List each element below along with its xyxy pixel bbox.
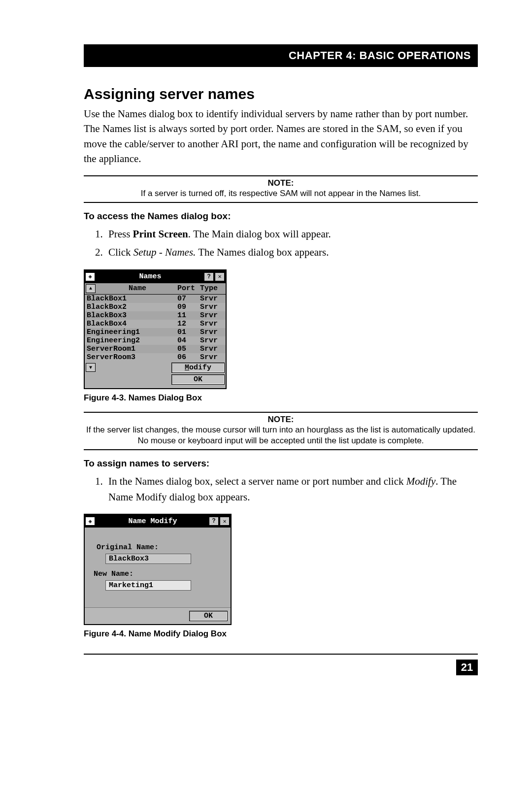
ok-button[interactable]: OK bbox=[171, 374, 225, 385]
cell-port: 01 bbox=[177, 328, 200, 336]
table-row[interactable]: Engineering1 01 Srvr bbox=[85, 328, 226, 336]
cell-name: BlackBox4 bbox=[86, 320, 177, 328]
table-row[interactable]: BlackBox1 07 Srvr bbox=[85, 295, 226, 303]
step-2: Click Setup - Names. The Names dialog bo… bbox=[105, 245, 478, 261]
chapter-header: CHAPTER 4: BASIC OPERATIONS bbox=[84, 44, 478, 67]
cell-name: Engineering1 bbox=[86, 328, 177, 336]
cell-type: Srvr bbox=[200, 345, 225, 353]
access-names-subhead: To access the Names dialog box: bbox=[84, 211, 478, 222]
close-icon[interactable]: ✕ bbox=[215, 272, 225, 281]
dialog-titlebar: ◈ Names ? ✕ bbox=[85, 270, 226, 283]
note-box-1: NOTE: If a server is turned off, its res… bbox=[84, 175, 478, 203]
col-port-header[interactable]: Port bbox=[177, 284, 200, 293]
assign-step-1: In the Names dialog box, select a server… bbox=[105, 474, 478, 505]
cell-name: Engineering2 bbox=[86, 336, 177, 345]
sort-down-icon[interactable]: ▼ bbox=[86, 363, 96, 372]
assign-steps: In the Names dialog box, select a server… bbox=[84, 474, 478, 505]
app-logo-icon: ◈ bbox=[86, 273, 95, 281]
step1-bold: Print Screen bbox=[133, 228, 188, 240]
cell-name: ServerRoom3 bbox=[86, 353, 177, 362]
table-row[interactable]: ServerRoom3 06 Srvr bbox=[85, 353, 226, 362]
help-icon[interactable]: ? bbox=[209, 517, 219, 526]
step2-prefix: Click bbox=[108, 246, 133, 258]
new-name-label: New Name: bbox=[94, 570, 222, 578]
table-row[interactable]: ServerRoom1 05 Srvr bbox=[85, 345, 226, 353]
assign-names-subhead: To assign names to servers: bbox=[84, 458, 478, 469]
dialog-body: Original Name: BlackBox3 New Name: Marke… bbox=[85, 528, 231, 607]
table-row[interactable]: BlackBox4 12 Srvr bbox=[85, 320, 226, 328]
section-title: Assigning server names bbox=[84, 86, 478, 102]
table-row[interactable]: BlackBox3 11 Srvr bbox=[85, 311, 226, 320]
col-name-header[interactable]: Name bbox=[98, 284, 177, 293]
page-footer: 21 bbox=[84, 654, 478, 675]
step1-suffix: . The Main dialog box will appear. bbox=[188, 228, 331, 240]
page-number: 21 bbox=[456, 660, 478, 675]
note-text: If a server is turned off, its respectiv… bbox=[141, 189, 421, 198]
note-label: NOTE: bbox=[84, 415, 478, 425]
cell-type: Srvr bbox=[200, 303, 225, 311]
step2-italic: Setup - Names. bbox=[133, 246, 196, 258]
cell-type: Srvr bbox=[200, 328, 225, 336]
name-modify-dialog: ◈ Name Modify ? ✕ Original Name: BlackBo… bbox=[84, 514, 232, 625]
original-name-label: Original Name: bbox=[97, 543, 222, 552]
new-name-input[interactable]: Marketing1 bbox=[105, 580, 191, 591]
cell-type: Srvr bbox=[200, 353, 225, 362]
cell-port: 05 bbox=[177, 345, 200, 353]
names-dialog: ◈ Names ? ✕ ▲ Name Port Type BlackBox1 0… bbox=[84, 269, 227, 389]
cell-port: 04 bbox=[177, 336, 200, 345]
step-1: Press Print Screen. The Main dialog box … bbox=[105, 227, 478, 242]
figure-1-caption: Figure 4-3. Names Dialog Box bbox=[84, 393, 478, 403]
assign-step-prefix: In the Names dialog box, select a server… bbox=[108, 475, 406, 487]
table-row[interactable]: Engineering2 04 Srvr bbox=[85, 336, 226, 345]
step1-prefix: Press bbox=[108, 228, 133, 240]
cell-name: ServerRoom1 bbox=[86, 345, 177, 353]
figure-2-caption: Figure 4-4. Name Modify Dialog Box bbox=[84, 629, 478, 639]
cell-name: BlackBox2 bbox=[86, 303, 177, 311]
close-icon[interactable]: ✕ bbox=[220, 517, 230, 526]
table-row[interactable]: BlackBox2 09 Srvr bbox=[85, 303, 226, 311]
cell-port: 11 bbox=[177, 311, 200, 320]
cell-port: 09 bbox=[177, 303, 200, 311]
original-name-field: BlackBox3 bbox=[105, 554, 191, 564]
cell-type: Srvr bbox=[200, 320, 225, 328]
note-label: NOTE: bbox=[84, 178, 478, 188]
cell-type: Srvr bbox=[200, 311, 225, 320]
cell-port: 07 bbox=[177, 295, 200, 303]
sort-up-icon[interactable]: ▲ bbox=[86, 284, 96, 293]
help-icon[interactable]: ? bbox=[204, 272, 214, 281]
ok-button[interactable]: OK bbox=[189, 611, 228, 621]
intro-paragraph: Use the Names dialog box to identify ind… bbox=[84, 106, 478, 166]
dialog-title-text: Name Modify bbox=[98, 517, 208, 526]
modify-button[interactable]: Modify bbox=[171, 363, 225, 373]
note-text: If the server list changes, the mouse cu… bbox=[86, 425, 475, 445]
assign-step-italic: Modify bbox=[406, 475, 435, 487]
dialog-titlebar: ◈ Name Modify ? ✕ bbox=[85, 515, 231, 528]
dialog-title-text: Names bbox=[98, 272, 203, 281]
cell-name: BlackBox1 bbox=[86, 295, 177, 303]
dialog-footer: OK bbox=[85, 607, 231, 624]
dialog-footer: ▼ Modify OK bbox=[85, 362, 226, 388]
col-type-header[interactable]: Type bbox=[200, 284, 225, 293]
cell-port: 06 bbox=[177, 353, 200, 362]
cell-port: 12 bbox=[177, 320, 200, 328]
column-headers: ▲ Name Port Type bbox=[85, 283, 226, 295]
app-logo-icon: ◈ bbox=[86, 517, 95, 525]
cell-name: BlackBox3 bbox=[86, 311, 177, 320]
access-steps: Press Print Screen. The Main dialog box … bbox=[84, 227, 478, 261]
names-list: BlackBox1 07 Srvr BlackBox2 09 Srvr Blac… bbox=[85, 295, 226, 362]
cell-type: Srvr bbox=[200, 295, 225, 303]
step2-suffix: The Names dialog box appears. bbox=[196, 246, 329, 258]
cell-type: Srvr bbox=[200, 336, 225, 345]
note-box-2: NOTE: If the server list changes, the mo… bbox=[84, 412, 478, 450]
